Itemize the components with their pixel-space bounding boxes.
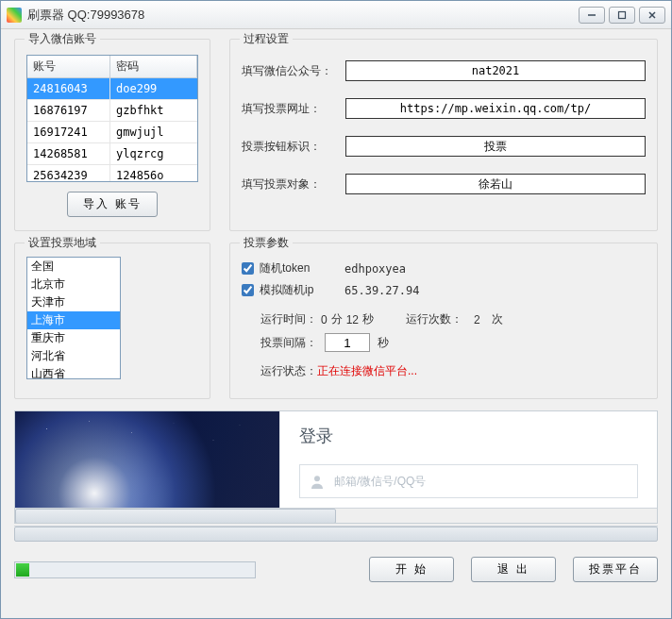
region-listbox[interactable]: 全国北京市天津市上海市重庆市河北省山西省	[26, 257, 121, 379]
table-row[interactable]: 24816043doe299	[27, 78, 197, 99]
app-icon	[7, 8, 22, 23]
list-item[interactable]: 北京市	[27, 276, 120, 293]
public-account-label: 填写微信公众号：	[242, 63, 345, 79]
table-row[interactable]: 16917241gmwjujl	[27, 121, 197, 142]
status-label: 运行状态：	[260, 363, 317, 379]
preview-scrollbar[interactable]	[15, 508, 657, 524]
vote-target-label: 填写投票对象：	[242, 176, 345, 192]
login-account-input[interactable]: 邮箱/微信号/QQ号	[299, 464, 638, 498]
login-preview: 登录 邮箱/微信号/QQ号	[14, 410, 658, 524]
exit-button[interactable]: 退 出	[471, 557, 556, 582]
col-password: 密码	[110, 56, 197, 77]
random-token-value: edhpoxyea	[344, 262, 406, 276]
process-group: 过程设置 填写微信公众号： 填写投票网址： 投票按钮标识： 填写投票对象：	[229, 39, 658, 231]
titlebar[interactable]: 刷票器 QQ:79993678	[1, 1, 671, 29]
random-ip-value: 65.39.27.94	[344, 284, 419, 297]
random-ip-label: 模拟随机ip	[260, 282, 344, 298]
public-account-input[interactable]	[345, 60, 646, 81]
col-account: 账号	[27, 56, 110, 77]
interval-input[interactable]	[325, 333, 370, 352]
vote-btn-id-input[interactable]	[345, 136, 646, 157]
region-legend: 设置投票地域	[25, 235, 100, 251]
list-item[interactable]: 重庆市	[27, 329, 120, 347]
process-legend: 过程设置	[240, 31, 293, 47]
list-item[interactable]: 河北省	[27, 347, 120, 365]
runcount-label: 运行次数：	[406, 311, 462, 327]
list-item[interactable]: 上海市	[27, 311, 120, 329]
minimize-button[interactable]	[579, 7, 605, 24]
vote-btn-id-label: 投票按钮标识：	[242, 139, 345, 155]
vote-url-label: 填写投票网址：	[242, 101, 345, 117]
app-window: 刷票器 QQ:79993678 导入微信账号 账号 密码 24816043doe…	[0, 0, 672, 619]
vote-url-input[interactable]	[345, 98, 646, 119]
import-accounts-button[interactable]: 导入 账号	[67, 192, 157, 217]
start-button[interactable]: 开 始	[369, 557, 454, 582]
preview-banner-image	[15, 411, 279, 508]
user-icon	[310, 474, 325, 489]
random-token-checkbox[interactable]	[242, 262, 254, 275]
outer-scrollbar[interactable]	[14, 526, 658, 542]
accounts-group: 导入微信账号 账号 密码 24816043doe29916876197gzbfh…	[14, 39, 210, 231]
window-title: 刷票器 QQ:79993678	[27, 7, 579, 24]
accounts-table[interactable]: 账号 密码 24816043doe29916876197gzbfhkt16917…	[26, 55, 198, 182]
interval-label: 投票间隔：	[260, 335, 317, 351]
table-row[interactable]: 25634239124856o	[27, 164, 197, 182]
svg-rect-1	[619, 11, 626, 18]
maximize-button[interactable]	[609, 7, 635, 24]
status-value: 正在连接微信平台...	[317, 363, 417, 379]
params-group: 投票参数 随机token edhpoxyea 模拟随机ip 65.39.27.9…	[229, 243, 658, 399]
vote-target-input[interactable]	[345, 174, 646, 194]
region-group: 设置投票地域 全国北京市天津市上海市重庆市河北省山西省	[14, 243, 210, 399]
params-legend: 投票参数	[240, 235, 293, 251]
platform-button[interactable]: 投票平台	[573, 557, 658, 582]
runtime-label: 运行时间：	[260, 311, 317, 327]
list-item[interactable]: 山西省	[27, 365, 120, 379]
list-item[interactable]: 天津市	[27, 293, 120, 311]
table-row[interactable]: 14268581ylqzrcg	[27, 142, 197, 164]
accounts-legend: 导入微信账号	[25, 31, 100, 47]
close-button[interactable]	[639, 7, 665, 24]
random-ip-checkbox[interactable]	[242, 284, 254, 296]
random-token-label: 随机token	[260, 260, 344, 276]
table-row[interactable]: 16876197gzbfhkt	[27, 99, 197, 121]
list-item[interactable]: 全国	[27, 258, 120, 276]
login-title: 登录	[299, 425, 638, 447]
progress-bar	[14, 561, 256, 578]
svg-point-4	[314, 476, 320, 481]
